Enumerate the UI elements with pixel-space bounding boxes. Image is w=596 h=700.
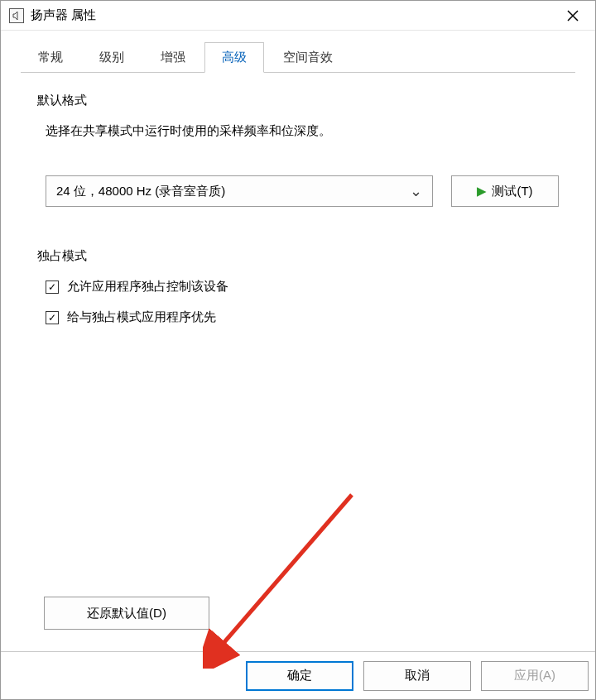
window-title: 扬声器 属性 [31,7,554,23]
close-button[interactable] [554,2,592,29]
default-format-label: 默认格式 [37,93,559,108]
give-priority-label: 给与独占模式应用程序优先 [67,309,216,325]
properties-window: 扬声器 属性 常规 级别 增强 高级 空间音效 默认格式 选择在共享模式中运行时… [0,0,596,700]
tab-general[interactable]: 常规 [21,42,80,73]
tab-spatial[interactable]: 空间音效 [266,42,350,73]
apply-button[interactable]: 应用(A) [481,661,589,691]
ok-button[interactable]: 确定 [246,661,353,691]
play-icon: ▶ [477,184,487,199]
tab-advanced[interactable]: 高级 [204,42,264,73]
restore-defaults-button[interactable]: 还原默认值(D) [44,597,209,630]
give-priority-checkbox[interactable]: ✓ [46,311,59,324]
apply-label: 应用(A) [514,668,555,683]
speaker-icon [9,8,24,23]
tab-levels[interactable]: 级别 [82,42,142,73]
test-button-label: 测试(T) [492,184,532,199]
restore-defaults-label: 还原默认值(D) [87,606,166,621]
exclusive-mode-group: ✓ 允许应用程序独占控制该设备 ✓ 给与独占模式应用程序优先 [46,279,559,340]
ok-label: 确定 [287,668,312,683]
dialog-footer: 确定 取消 应用(A) [1,651,595,699]
tab-enhancements[interactable]: 增强 [143,42,203,73]
close-icon [567,10,579,22]
exclusive-mode-label: 独占模式 [37,248,559,264]
tab-strip: 常规 级别 增强 高级 空间音效 [21,42,575,73]
cancel-label: 取消 [405,668,430,683]
default-format-group: 选择在共享模式中运行时使用的采样频率和位深度。 24 位，48000 Hz (录… [46,123,559,240]
allow-exclusive-label: 允许应用程序独占控制该设备 [67,279,228,295]
format-select-value: 24 位，48000 Hz (录音室音质) [56,184,225,199]
give-priority-row: ✓ 给与独占模式应用程序优先 [46,309,559,325]
svg-line-1 [219,495,352,648]
test-button[interactable]: ▶ 测试(T) [451,175,559,207]
cancel-button[interactable]: 取消 [363,661,471,691]
default-format-desc: 选择在共享模式中运行时使用的采样频率和位深度。 [46,123,559,139]
tab-content: 默认格式 选择在共享模式中运行时使用的采样频率和位深度。 24 位，48000 … [1,73,595,651]
arrow-annotation [203,487,368,669]
format-row: 24 位，48000 Hz (录音室音质) ⌄ ▶ 测试(T) [46,175,559,207]
format-select[interactable]: 24 位，48000 Hz (录音室音质) ⌄ [46,175,433,207]
allow-exclusive-checkbox[interactable]: ✓ [46,280,59,294]
titlebar: 扬声器 属性 [1,1,595,31]
allow-exclusive-row: ✓ 允许应用程序独占控制该设备 [46,279,559,295]
chevron-down-icon: ⌄ [410,188,422,195]
